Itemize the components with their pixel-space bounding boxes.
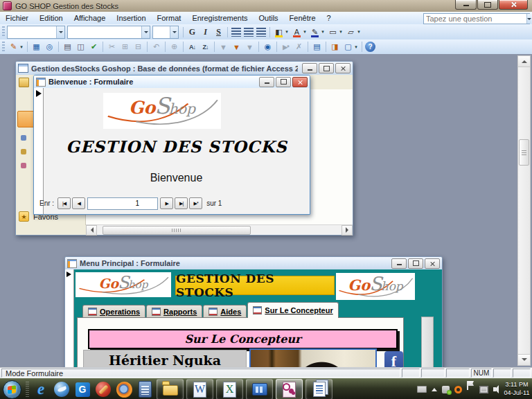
tab-operations[interactable]: Operations <box>82 305 145 318</box>
facebook-icon[interactable]: f <box>384 351 403 367</box>
menu-item[interactable]: Edition <box>34 12 69 24</box>
align-left-button[interactable] <box>231 28 241 37</box>
print-button[interactable]: ▤ <box>62 41 73 53</box>
cut-button[interactable]: ✂ <box>106 41 118 53</box>
border-width-dropdown[interactable]: ▾ <box>338 26 344 38</box>
taskbar-clock[interactable]: 3:11 PM 04-Jul-11 <box>503 380 531 397</box>
align-center-button[interactable] <box>244 28 254 37</box>
usb-device-icon[interactable] <box>442 386 450 393</box>
apply-filter-button[interactable]: ▼ <box>244 41 256 53</box>
object-combobox[interactable] <box>7 26 65 39</box>
open-object-icon[interactable] <box>19 78 29 87</box>
minimize-button[interactable] <box>302 63 317 73</box>
help-button[interactable]: ? <box>365 42 375 52</box>
new-record-button[interactable]: ▶* <box>280 41 292 53</box>
undo-button[interactable]: ↶ <box>150 41 162 53</box>
first-record-button[interactable]: |◀ <box>57 197 71 209</box>
properties-button[interactable]: ▤ <box>311 41 323 53</box>
paste-button[interactable]: ⊟ <box>132 41 144 53</box>
close-button[interactable] <box>292 77 308 87</box>
calculator-icon[interactable] <box>136 380 154 399</box>
word-button[interactable]: W <box>186 379 213 399</box>
print-preview-button[interactable]: ◫ <box>75 41 87 53</box>
menu-item[interactable]: Fichier <box>0 12 34 24</box>
excel-button[interactable]: X <box>216 379 243 399</box>
scroll-left-button[interactable] <box>86 225 97 236</box>
database-horizontal-scrollbar[interactable] <box>86 224 353 235</box>
menu-item[interactable]: Format <box>152 12 187 24</box>
scroll-down-button[interactable] <box>518 354 530 365</box>
font-color-button[interactable]: A <box>291 26 303 38</box>
access-button[interactable] <box>276 379 303 399</box>
next-record-button[interactable]: ▶ <box>160 197 173 209</box>
new-object-button[interactable]: ▢ <box>342 41 354 53</box>
line-color-dropdown[interactable]: ▾ <box>320 26 326 38</box>
spelling-button[interactable]: ✔ <box>88 41 100 53</box>
line-color-button[interactable]: ✎ <box>309 26 321 38</box>
fill-color-button[interactable]: ◧ <box>273 26 285 38</box>
special-effect-dropdown[interactable]: ▾ <box>356 26 362 38</box>
chevron-down-icon[interactable] <box>526 14 531 24</box>
firefox-icon[interactable] <box>115 380 133 399</box>
maximize-button[interactable] <box>319 63 334 73</box>
scroll-up-button[interactable] <box>518 56 530 67</box>
form-vertical-scrollbar[interactable] <box>421 317 434 367</box>
updater-icon[interactable] <box>454 386 462 393</box>
start-button[interactable] <box>1 380 22 399</box>
show-hidden-icons-button[interactable] <box>432 385 437 391</box>
record-number-input[interactable] <box>87 197 158 210</box>
menu-item[interactable]: Affichage <box>69 12 112 24</box>
scrollbar-thumb[interactable] <box>519 139 529 166</box>
internet-explorer-icon[interactable]: e <box>32 380 50 399</box>
menu-item[interactable]: ? <box>321 12 337 24</box>
border-width-button[interactable]: ▭ <box>327 26 339 38</box>
menu-item[interactable]: Enregistrements <box>186 12 253 24</box>
save-button[interactable]: ▦ <box>30 41 42 53</box>
network-icon[interactable] <box>479 386 488 393</box>
view-dropdown[interactable]: ▾ <box>19 41 24 53</box>
explorer-folder-button[interactable] <box>157 379 184 399</box>
menu-item[interactable]: Fenêtre <box>284 12 321 24</box>
scrollbar-thumb[interactable] <box>103 226 251 235</box>
display-app-button[interactable] <box>246 379 273 399</box>
minimize-button[interactable] <box>455 0 477 10</box>
database-window-button[interactable]: ◨ <box>329 41 341 53</box>
close-button[interactable] <box>335 63 351 73</box>
underline-button[interactable]: S <box>213 26 224 38</box>
find-button[interactable]: ◉ <box>262 41 274 53</box>
sort-descending-button[interactable]: Z↓ <box>200 41 211 53</box>
tab-rapports[interactable]: Rapports <box>146 305 202 318</box>
file-search-button[interactable]: ◎ <box>44 41 55 53</box>
ask-question-input[interactable] <box>424 15 526 23</box>
chevron-down-icon[interactable] <box>170 26 178 38</box>
align-right-button[interactable] <box>256 28 266 37</box>
last-record-button[interactable]: ▶| <box>175 197 188 209</box>
bold-button[interactable]: G <box>186 26 198 38</box>
client-vertical-scrollbar[interactable] <box>517 55 531 366</box>
maximize-button[interactable] <box>477 0 498 10</box>
hyperlink-button[interactable]: ⊕ <box>168 41 180 53</box>
chevron-down-icon[interactable] <box>141 26 150 38</box>
tab-aides[interactable]: Aides <box>203 305 247 318</box>
minimize-button[interactable] <box>259 77 274 87</box>
ccleaner-icon[interactable] <box>94 380 112 399</box>
new-record-button[interactable]: ▶* <box>189 197 202 209</box>
menu-item[interactable]: Insertion <box>111 12 151 24</box>
volume-icon[interactable] <box>493 385 503 393</box>
maximize-button[interactable] <box>408 258 423 269</box>
action-center-flag-icon[interactable] <box>467 385 475 393</box>
sort-ascending-button[interactable]: A↓ <box>186 41 198 53</box>
delete-record-button[interactable]: ✗ <box>293 41 305 53</box>
font-size-combobox[interactable] <box>152 26 179 39</box>
docs-app-button[interactable] <box>305 379 332 399</box>
view-design-button[interactable]: ✎ <box>8 41 19 53</box>
filter-selection-button[interactable]: ▼ <box>218 41 229 53</box>
new-object-dropdown[interactable]: ▾ <box>353 41 359 53</box>
filter-form-button[interactable]: ▼ <box>231 41 242 53</box>
minimize-button[interactable] <box>391 258 407 269</box>
thunderbird-icon[interactable] <box>53 380 71 399</box>
fill-color-dropdown[interactable]: ▾ <box>284 26 290 38</box>
scroll-right-button[interactable] <box>342 225 353 236</box>
font-color-dropdown[interactable]: ▾ <box>302 26 308 38</box>
maximize-button[interactable] <box>276 77 291 87</box>
